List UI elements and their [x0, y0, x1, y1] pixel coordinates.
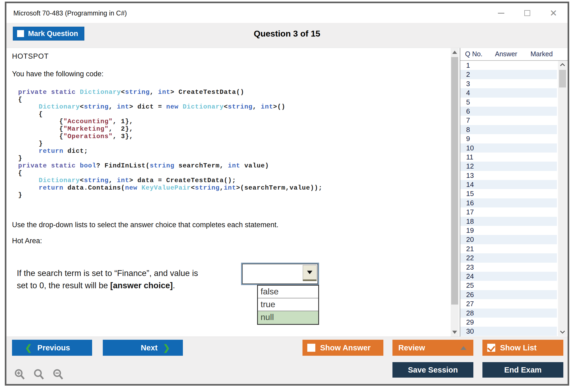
titlebar: Microsoft 70-483 (Programming in C#) ✕ — [6, 3, 568, 23]
code-block: private static Dictionary<string, int> C… — [18, 89, 323, 199]
statement-line2: set to 0, the result will be [answer cho… — [17, 279, 198, 292]
column-marked: Marked — [530, 50, 553, 58]
code-line: return dict; — [18, 147, 323, 155]
question-row-26[interactable]: 26 — [460, 290, 557, 299]
question-type-label: HOTSPOT — [12, 52, 49, 61]
show-list-label: Show List — [500, 343, 537, 352]
question-row-17[interactable]: 17 — [460, 207, 557, 217]
question-list: 1234567891011121314151617181920212223242… — [460, 61, 557, 336]
end-exam-button[interactable]: End Exam — [482, 362, 563, 378]
magnifier-icon[interactable] — [33, 368, 45, 381]
question-row-5[interactable]: 5 — [460, 98, 557, 107]
screen: Microsoft 70-483 (Programming in C#) ✕ Q… — [0, 0, 574, 392]
dropdown-option-null[interactable]: null — [258, 311, 318, 324]
code-line: return data.Contains(new KeyValuePair<st… — [18, 184, 323, 192]
code-line: } — [18, 191, 323, 199]
question-row-3[interactable]: 3 — [460, 79, 557, 88]
question-row-22[interactable]: 22 — [460, 253, 557, 262]
question-row-10[interactable]: 10 — [460, 143, 557, 153]
code-line: { — [18, 96, 323, 103]
maximize-icon — [524, 10, 530, 16]
question-row-1[interactable]: 1 — [460, 61, 557, 70]
previous-button[interactable]: ❮ Previous — [12, 340, 92, 356]
dropdown-option-false[interactable]: false — [258, 286, 318, 298]
question-row-13[interactable]: 13 — [460, 171, 557, 180]
question-row-6[interactable]: 6 — [460, 107, 557, 116]
show-answer-checkbox[interactable] — [307, 344, 315, 352]
chevron-down-icon[interactable] — [560, 330, 565, 334]
question-row-27[interactable]: 27 — [460, 299, 557, 308]
code-line: {"Accounting", 1}, — [18, 118, 323, 125]
question-row-15[interactable]: 15 — [460, 189, 557, 198]
question-row-21[interactable]: 21 — [460, 244, 557, 253]
chevron-right-icon: ❯ — [163, 343, 170, 353]
code-line: Dictionary<string, int> dict = new Dicti… — [18, 103, 323, 111]
question-row-18[interactable]: 18 — [460, 217, 557, 226]
code-line: private static Dictionary<string, int> C… — [18, 89, 323, 96]
show-list-checkbox[interactable] — [487, 344, 495, 352]
statement-line1: If the search term is set to “Finance”, … — [17, 267, 198, 279]
column-answer: Answer — [495, 50, 517, 58]
question-row-11[interactable]: 11 — [460, 153, 557, 162]
mark-question-label: Mark Question — [28, 30, 78, 38]
mark-question-button[interactable]: Mark Question — [13, 27, 84, 41]
question-row-7[interactable]: 7 — [460, 116, 557, 125]
code-line: } — [18, 140, 323, 147]
code-line: {"Marketing", 2}, — [18, 125, 323, 133]
question-list-panel: Q No. Answer Marked 12345678910111213141… — [460, 48, 568, 337]
question-row-29[interactable]: 29 — [460, 318, 557, 327]
code-line: { — [18, 111, 323, 118]
hot-area-label: Hot Area: — [12, 237, 42, 245]
dropdown-option-list: falsetruenull — [257, 285, 319, 325]
dropdown-open-button[interactable] — [303, 265, 317, 281]
review-label: Review — [398, 343, 425, 352]
chevron-left-icon: ❮ — [25, 343, 32, 353]
question-row-14[interactable]: 14 — [460, 180, 557, 189]
question-list-scrollbar-thumb[interactable] — [559, 70, 566, 87]
maximize-button[interactable] — [523, 9, 532, 18]
scroll-down-arrow-icon[interactable] — [452, 331, 457, 334]
question-row-23[interactable]: 23 — [460, 263, 557, 272]
code-line: {"Operations", 3}, — [18, 133, 323, 140]
question-row-20[interactable]: 20 — [460, 235, 557, 244]
column-q-no: Q No. — [465, 50, 482, 58]
close-button[interactable]: ✕ — [549, 9, 558, 18]
header-band: Question 3 of 15 Mark Question — [6, 23, 568, 48]
question-row-12[interactable]: 12 — [460, 162, 557, 171]
minimize-button[interactable] — [497, 9, 506, 18]
review-button[interactable]: Review — [392, 340, 473, 356]
show-answer-label: Show Answer — [320, 343, 371, 352]
close-icon: ✕ — [550, 9, 557, 18]
question-instruction: Use the drop-down lists to select the an… — [12, 221, 278, 229]
question-row-28[interactable]: 28 — [460, 309, 557, 318]
window-controls: ✕ — [497, 3, 558, 23]
question-row-9[interactable]: 9 — [460, 134, 557, 143]
question-row-24[interactable]: 24 — [460, 272, 557, 281]
question-row-2[interactable]: 2 — [460, 70, 557, 79]
next-button[interactable]: Next ❯ — [103, 340, 183, 356]
zoom-out-icon[interactable] — [52, 368, 65, 381]
show-answer-button[interactable]: Show Answer — [302, 340, 383, 356]
code-line: } — [18, 155, 323, 162]
chevron-up-icon[interactable] — [560, 63, 565, 67]
footer-bar: ❮ Previous Next ❯ Show Answer Review Sho… — [6, 337, 568, 384]
question-row-8[interactable]: 8 — [460, 125, 557, 134]
main-scrollbar[interactable] — [451, 48, 459, 337]
dropdown-option-true[interactable]: true — [258, 298, 318, 311]
question-row-30[interactable]: 30 — [460, 327, 557, 336]
zoom-controls — [13, 368, 65, 381]
question-list-scrollbar[interactable] — [558, 61, 567, 336]
question-row-19[interactable]: 19 — [460, 226, 557, 235]
show-list-button[interactable]: Show List — [482, 340, 563, 356]
question-row-25[interactable]: 25 — [460, 281, 557, 290]
previous-label: Previous — [37, 343, 70, 352]
scroll-up-arrow-icon[interactable] — [452, 51, 457, 54]
minimize-icon — [498, 13, 504, 14]
question-row-4[interactable]: 4 — [460, 88, 557, 97]
main-scrollbar-thumb[interactable] — [451, 57, 458, 305]
mark-question-checkbox[interactable] — [17, 30, 24, 37]
save-session-button[interactable]: Save Session — [392, 362, 473, 378]
answer-dropdown[interactable] — [241, 263, 319, 285]
zoom-in-icon[interactable] — [13, 368, 26, 381]
question-row-16[interactable]: 16 — [460, 198, 557, 207]
